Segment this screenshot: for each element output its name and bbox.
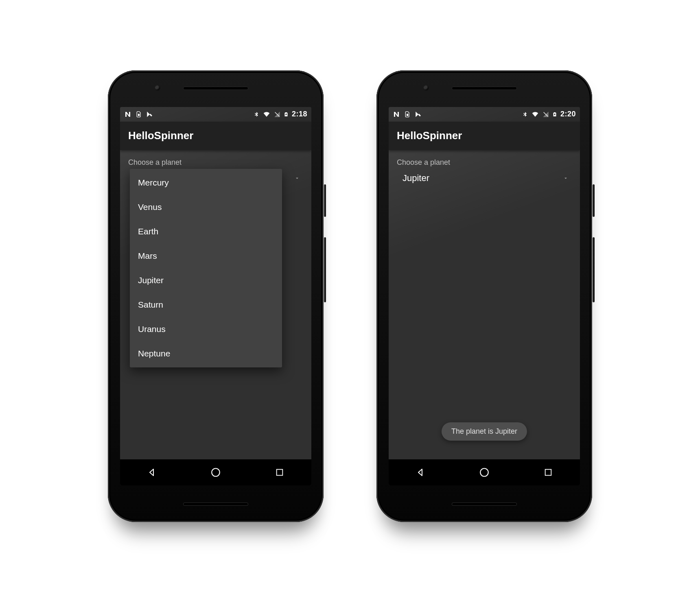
svg-point-1 <box>212 468 220 476</box>
app-bar: HelloSpinner <box>389 122 580 150</box>
sim-icon <box>136 111 142 118</box>
option-earth[interactable]: Earth <box>130 219 282 244</box>
app-content: Choose a planet Mercury Mercury Venus Ea… <box>120 150 311 469</box>
android-n-icon <box>124 111 131 118</box>
debug-icon <box>146 111 153 118</box>
front-camera <box>155 85 160 91</box>
screen: 2:18 HelloSpinner Choose a planet Mercur… <box>120 107 311 485</box>
chevron-down-icon <box>563 175 569 181</box>
status-bar: 2:18 <box>120 107 311 122</box>
svg-rect-3 <box>407 114 408 116</box>
app-content: Choose a planet Jupiter The planet is Ju… <box>389 150 580 469</box>
wifi-icon <box>531 111 539 118</box>
spinner-selected-value: Jupiter <box>402 173 429 183</box>
wifi-icon <box>262 111 271 118</box>
option-mercury[interactable]: Mercury <box>130 170 282 195</box>
spinner-label: Choose a planet <box>397 158 572 167</box>
power-button <box>324 184 326 217</box>
cell-icon <box>274 111 280 118</box>
screen: 2:20 HelloSpinner Choose a planet Jupite… <box>389 107 580 485</box>
volume-rocker <box>593 237 595 302</box>
front-camera <box>423 85 429 91</box>
option-saturn[interactable]: Saturn <box>130 293 282 317</box>
status-bar: 2:20 <box>389 107 580 122</box>
bluetooth-icon <box>254 111 259 118</box>
earpiece <box>183 87 248 90</box>
navigation-bar <box>389 459 580 485</box>
battery-charging-icon <box>552 111 557 118</box>
option-venus[interactable]: Venus <box>130 195 282 219</box>
back-button[interactable] <box>146 467 158 478</box>
device-right: 2:20 HelloSpinner Choose a planet Jupite… <box>376 70 592 522</box>
status-time: 2:18 <box>292 110 307 118</box>
sim-icon <box>404 111 411 118</box>
battery-charging-icon <box>284 111 289 118</box>
bluetooth-icon <box>522 111 528 118</box>
android-n-icon <box>393 111 400 118</box>
app-bar: HelloSpinner <box>120 122 311 150</box>
toast-message: The planet is Jupiter <box>442 422 527 441</box>
cell-icon <box>542 111 549 118</box>
option-uranus[interactable]: Uranus <box>130 317 282 341</box>
bottom-speaker <box>452 502 517 506</box>
status-time: 2:20 <box>560 110 576 118</box>
volume-rocker <box>324 237 326 302</box>
earpiece <box>452 87 517 90</box>
spinner-label: Choose a planet <box>128 158 303 167</box>
planet-spinner[interactable]: Jupiter <box>397 169 572 187</box>
svg-rect-0 <box>138 114 140 116</box>
recents-button[interactable] <box>274 467 285 478</box>
svg-rect-5 <box>545 469 551 475</box>
home-button[interactable] <box>479 467 490 478</box>
back-button[interactable] <box>415 467 426 478</box>
app-title: HelloSpinner <box>397 129 462 142</box>
svg-point-4 <box>480 468 488 476</box>
option-mars[interactable]: Mars <box>130 244 282 268</box>
bottom-speaker <box>183 502 248 506</box>
chevron-down-icon <box>294 175 300 181</box>
app-title: HelloSpinner <box>128 129 193 142</box>
spinner-dropdown: Mercury Venus Earth Mars Jupiter Saturn … <box>130 169 282 367</box>
device-left: 2:18 HelloSpinner Choose a planet Mercur… <box>108 70 324 522</box>
home-button[interactable] <box>210 467 221 478</box>
option-neptune[interactable]: Neptune <box>130 341 282 366</box>
svg-rect-2 <box>276 469 282 475</box>
option-jupiter[interactable]: Jupiter <box>130 268 282 293</box>
recents-button[interactable] <box>542 467 554 478</box>
debug-icon <box>415 111 422 118</box>
power-button <box>593 184 595 217</box>
navigation-bar <box>120 459 311 485</box>
